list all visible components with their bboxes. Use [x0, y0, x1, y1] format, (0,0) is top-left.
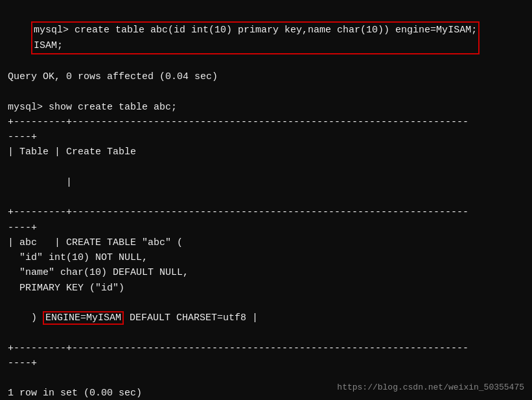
prompt-1: mysql>	[34, 25, 75, 36]
separator-line-1: +---------+-----------------------------…	[8, 115, 524, 130]
separator-line-3: +---------+-----------------------------…	[8, 205, 524, 220]
data-row-5-post: DEFAULT CHARSET=utf8 |	[124, 312, 258, 324]
blank-line-1	[8, 84, 524, 99]
cmd1-line2: ISAM;	[34, 40, 63, 51]
separator-line-2: ----+	[8, 130, 524, 145]
data-row-2: "id" int(10) NOT NULL,	[8, 250, 524, 265]
separator-line-4: ----+	[8, 220, 524, 235]
cmd1-text: create table abc(id int(10) primary key,…	[75, 25, 477, 36]
query-ok-line: Query OK, 0 rows affected (0.04 sec)	[8, 69, 524, 84]
create-table-command: mysql> create table abc(id int(10) prima…	[31, 21, 480, 54]
engine-highlight: ENGINE=MyISAM	[43, 311, 124, 325]
separator-line-5: +---------+-----------------------------…	[8, 341, 524, 356]
data-row-4: PRIMARY KEY ("id")	[8, 281, 524, 296]
command-line-1: mysql> create table abc(id int(10) prima…	[8, 6, 524, 69]
data-row-5-pre: )	[31, 312, 43, 324]
data-row-3: "name" char(10) DEFAULT NULL,	[8, 265, 524, 280]
table-header: | Table | Create Table	[8, 145, 524, 159]
separator-line-6: ----+	[8, 356, 524, 371]
terminal-window: mysql> create table abc(id int(10) prima…	[0, 0, 532, 400]
show-create-command: mysql> show create table abc;	[8, 100, 524, 115]
data-row-5: ) ENGINE=MyISAM DEFAULT CHARSET=utf8 |	[8, 296, 524, 341]
table-header-cont: |	[8, 160, 524, 206]
watermark: https://blog.csdn.net/weixin_50355475	[337, 382, 524, 392]
data-row-1: | abc | CREATE TABLE "abc" (	[8, 235, 524, 250]
